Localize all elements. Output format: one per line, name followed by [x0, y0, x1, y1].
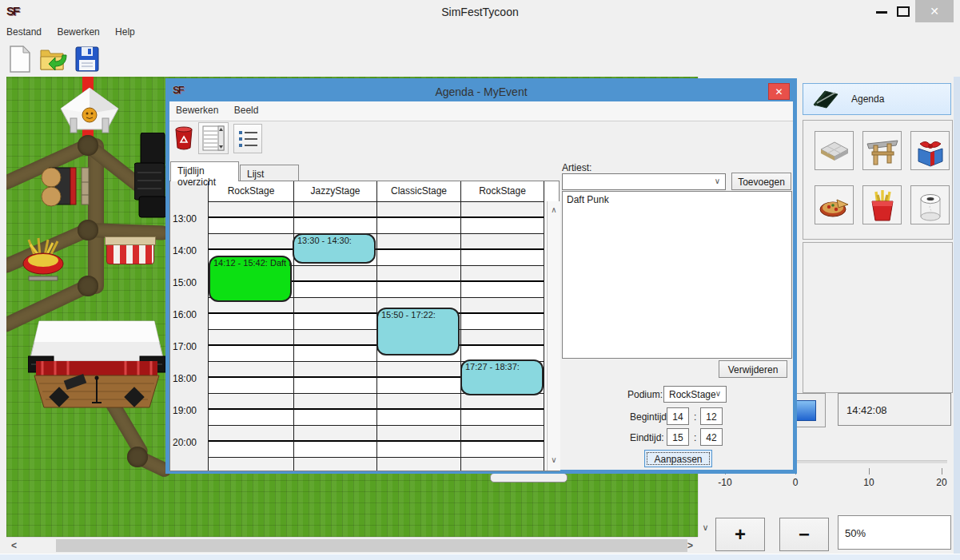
artist-dropdown[interactable]: ∨	[562, 173, 726, 190]
build-gate-button[interactable]	[862, 131, 902, 170]
map-horizontal-scrollbar[interactable]: < >	[6, 537, 698, 554]
app-window: SimFestTycoon SF ✕ Bestand Bewerken Help	[0, 0, 960, 560]
pizza-icon	[818, 189, 851, 222]
minimize-button[interactable]	[876, 11, 887, 14]
scrollbar-thumb[interactable]	[56, 539, 687, 552]
slider-label: 10	[853, 477, 885, 488]
main-menubar: Bestand Bewerken Help	[0, 23, 960, 42]
build-gift-button[interactable]	[910, 131, 950, 170]
build-fries-button[interactable]	[862, 185, 902, 224]
delete-event-button[interactable]	[173, 125, 195, 151]
save-icon	[75, 46, 99, 72]
info-panel	[803, 242, 953, 393]
dialog-menu-bewerken[interactable]: Bewerken	[169, 101, 225, 119]
column-header: RockStage	[208, 181, 293, 201]
build-pizza-button[interactable]	[815, 185, 854, 224]
dropdown-chevron-icon: ∨	[715, 177, 720, 185]
build-toilet-paper-button[interactable]	[910, 185, 950, 224]
dialog-close-button[interactable]: ✕	[768, 83, 790, 100]
agenda-dialog: Agenda - MyEvent SF ✕ Bewerken Beeld	[165, 78, 797, 474]
grid-line	[460, 201, 461, 471]
main-toolbar	[0, 42, 960, 77]
podium-label: Podium:	[627, 389, 663, 400]
open-folder-icon	[39, 46, 68, 73]
dialog-title: Agenda - MyEvent	[169, 85, 793, 98]
agenda-book-icon	[811, 87, 840, 111]
time-label: 15:00	[173, 277, 206, 288]
dialog-logo-icon: SF	[173, 84, 183, 96]
podium-dropdown[interactable]: RockStage ∨	[663, 386, 727, 403]
map-road-junction	[78, 220, 98, 240]
save-button[interactable]	[72, 44, 102, 74]
time-label: 17:00	[173, 341, 206, 352]
zoom-level-field[interactable]: 50%	[838, 515, 951, 550]
time-separator: :	[694, 411, 696, 423]
list-view-icon	[237, 129, 258, 149]
main-stage-object[interactable]	[28, 320, 165, 411]
close-button[interactable]: ✕	[915, 0, 954, 22]
scroll-right-icon[interactable]: >	[687, 540, 693, 551]
time-label: 18:00	[173, 373, 206, 384]
artist-list[interactable]: Daft Punk	[562, 191, 792, 359]
build-floor-tile-button[interactable]	[815, 131, 854, 170]
burger-stand-object[interactable]	[38, 163, 90, 209]
floor-tile-icon	[818, 134, 851, 168]
slider-label: -10	[709, 477, 741, 488]
artist-list-item[interactable]: Daft Punk	[563, 192, 791, 208]
schedule-grid[interactable]: 14:12 - 15:42: Daft Punk 13:30 - 14:30: …	[208, 201, 544, 471]
list-view-button[interactable]	[233, 124, 262, 153]
app-logo-icon: SF	[6, 4, 18, 18]
new-file-button[interactable]	[5, 44, 35, 74]
map-road-junction	[78, 135, 98, 156]
scroll-up-icon[interactable]: ∧	[548, 205, 560, 214]
apply-button[interactable]: Aanpassen	[644, 450, 712, 467]
artist-label: Artiest:	[562, 162, 592, 173]
map-road-junction	[78, 276, 98, 296]
sidebar-item-agenda[interactable]: Agenda	[803, 83, 951, 115]
new-file-icon	[9, 46, 31, 73]
maximize-button[interactable]	[897, 6, 910, 17]
distant-tent-object	[490, 473, 568, 483]
menu-help[interactable]: Help	[109, 23, 141, 41]
scroll-down-icon[interactable]: ∨	[548, 455, 560, 464]
end-minute-field[interactable]: 42	[700, 428, 723, 446]
menu-bestand[interactable]: Bestand	[0, 23, 48, 41]
schedule-event[interactable]: 14:12 - 15:42: Daft Punk	[209, 256, 292, 302]
menu-bewerken[interactable]: Bewerken	[50, 23, 106, 41]
schedule-event[interactable]: 17:27 - 18:37:	[460, 359, 544, 395]
timeline-view-button[interactable]	[198, 122, 229, 154]
grid-line	[208, 201, 209, 471]
time-label: 13:00	[173, 213, 206, 224]
schedule-event[interactable]: 15:50 - 17:22:	[376, 308, 460, 355]
dialog-menubar: Bewerken Beeld	[169, 101, 793, 121]
remove-artist-button[interactable]: Verwijderen	[719, 360, 787, 378]
begin-minute-field[interactable]: 12	[700, 407, 723, 425]
end-time-label: Eindtijd:	[630, 432, 664, 443]
slider-label: 20	[926, 477, 958, 488]
zoom-out-button[interactable]: −	[779, 518, 829, 551]
time-label: 14:00	[173, 245, 206, 256]
scroll-left-icon[interactable]: <	[11, 540, 17, 551]
tent-object[interactable]	[54, 86, 125, 137]
tab-tijdlijn-overzicht[interactable]: Tijdlijn overzicht	[170, 161, 239, 181]
open-file-button[interactable]	[38, 44, 69, 74]
schedule-table: 13:00 14:00 15:00 16:00 17:00 18:00 19:0…	[169, 181, 560, 471]
scroll-down-icon[interactable]: ∨	[699, 522, 712, 533]
sidebar-item-label: Agenda	[851, 93, 884, 105]
zoom-in-button[interactable]: +	[715, 518, 765, 551]
dialog-menu-beeld[interactable]: Beeld	[228, 101, 265, 119]
schedule-scrollbar[interactable]: ∧ ∨	[547, 201, 560, 471]
striped-booth-object[interactable]	[106, 242, 154, 264]
build-items-panel	[803, 120, 953, 240]
game-clock: 14:42:08	[838, 393, 951, 426]
end-hour-field[interactable]: 15	[667, 428, 689, 446]
tab-lijst-overzicht[interactable]: Lijst overzicht	[240, 165, 299, 181]
speaker-stack-object[interactable]	[134, 133, 169, 230]
window-title: SimFestTycoon	[0, 6, 960, 18]
schedule-event[interactable]: 13:30 - 14:30:	[293, 233, 376, 264]
fries-stand-object[interactable]	[19, 233, 69, 283]
grid-line	[544, 201, 544, 471]
toilet-paper-icon	[914, 189, 947, 222]
begin-hour-field[interactable]: 14	[667, 407, 689, 425]
add-artist-button[interactable]: Toevoegen	[731, 173, 791, 190]
